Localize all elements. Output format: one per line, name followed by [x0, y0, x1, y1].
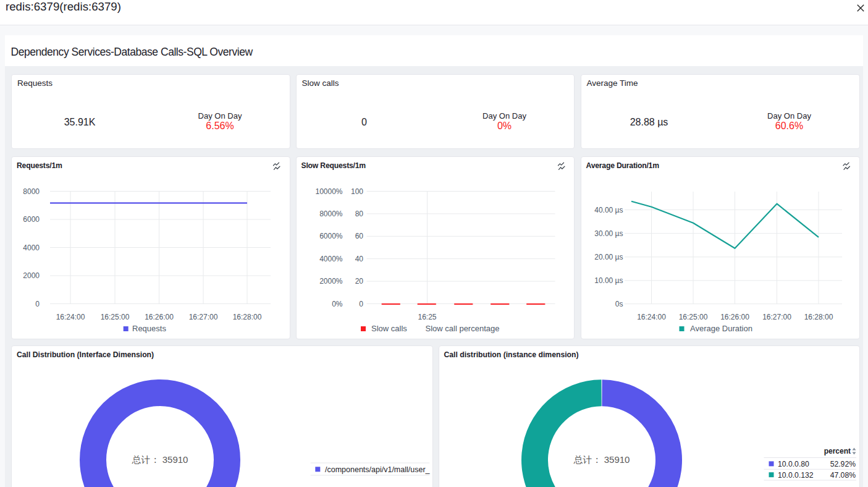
svg-text:6000%: 6000%	[319, 232, 343, 240]
svg-text:percent: percent	[824, 446, 850, 455]
svg-text:16:28:00: 16:28:00	[233, 313, 262, 321]
svg-text:40.00 µs: 40.00 µs	[594, 206, 623, 214]
svg-text:Requests: Requests	[132, 324, 166, 333]
svg-text:52.92%: 52.92%	[830, 459, 855, 468]
svg-text:16:25:00: 16:25:00	[101, 313, 130, 321]
svg-text:4000%: 4000%	[319, 255, 343, 263]
svg-text:16:25:00: 16:25:00	[678, 313, 707, 321]
svg-text:10.0.0.80: 10.0.0.80	[778, 459, 809, 468]
svg-text:总计： 35910: 总计： 35910	[132, 454, 188, 465]
svg-text:40: 40	[355, 255, 363, 263]
svg-text:100: 100	[350, 187, 363, 196]
svg-text:30.00 µs: 30.00 µs	[594, 229, 623, 238]
svg-text:10000%: 10000%	[315, 187, 342, 196]
svg-text:60: 60	[355, 232, 363, 240]
svg-text:10.0.0.132: 10.0.0.132	[778, 470, 814, 479]
svg-text:6000: 6000	[23, 215, 40, 224]
svg-text:16:26:00: 16:26:00	[720, 313, 749, 321]
svg-text:Average Duration: Average Duration	[690, 324, 752, 333]
svg-text:总计： 35910: 总计： 35910	[573, 454, 630, 465]
svg-text:80: 80	[355, 210, 363, 218]
svg-text:0: 0	[359, 300, 363, 308]
svg-text:16:24:00: 16:24:00	[637, 313, 666, 321]
svg-text:8000%: 8000%	[319, 210, 343, 218]
svg-text:0s: 0s	[615, 300, 623, 308]
svg-text:16:28:00: 16:28:00	[804, 313, 833, 321]
svg-text:Slow calls: Slow calls	[371, 324, 407, 333]
svg-text:4000: 4000	[23, 244, 40, 252]
svg-text:16:27:00: 16:27:00	[189, 313, 218, 321]
svg-text:8000: 8000	[23, 187, 40, 196]
svg-text:16:25: 16:25	[418, 313, 436, 321]
svg-text:2000%: 2000%	[319, 277, 343, 286]
svg-text:16:27:00: 16:27:00	[762, 313, 791, 321]
svg-text:20.00 µs: 20.00 µs	[594, 253, 623, 261]
svg-text:2000: 2000	[23, 271, 40, 280]
svg-text:16:26:00: 16:26:00	[145, 313, 174, 321]
svg-text:Slow call percentage: Slow call percentage	[425, 324, 499, 333]
svg-text:20: 20	[355, 277, 363, 286]
svg-text:0: 0	[35, 300, 40, 308]
svg-text:/components/api/v1/mall/user_: /components/api/v1/mall/user_	[325, 465, 431, 473]
svg-text:16:24:00: 16:24:00	[56, 313, 85, 321]
svg-text:47.08%: 47.08%	[830, 470, 855, 479]
svg-text:0%: 0%	[332, 300, 343, 308]
svg-text:10.00 µs: 10.00 µs	[594, 276, 623, 285]
